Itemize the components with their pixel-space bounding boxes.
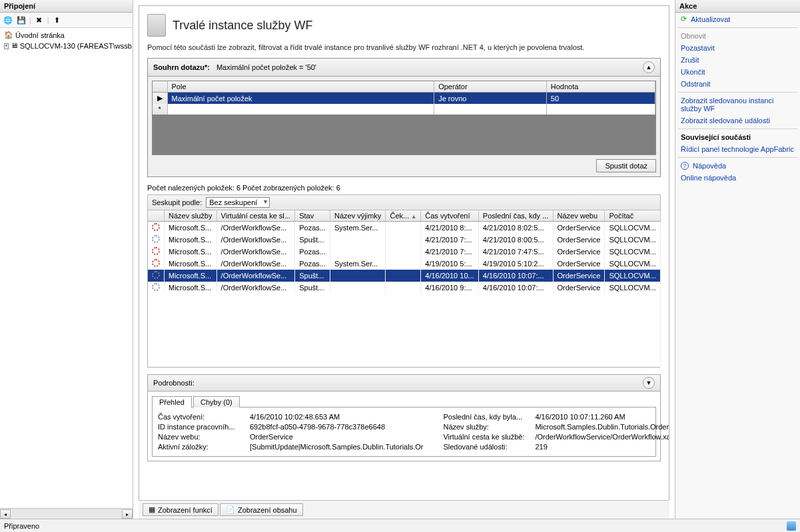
- table-row[interactable]: Microsoft.S.../OrderWorkflowSe...Spušt..…: [148, 270, 661, 282]
- scroll-left-icon[interactable]: ◂: [0, 509, 11, 519]
- sort-asc-icon: ▲: [411, 214, 416, 220]
- save-icon[interactable]: 💾: [16, 15, 27, 25]
- val-virtual-path: /OrderWorkflowService/OrderWorkflow.xaml…: [535, 433, 669, 441]
- action-suspend[interactable]: Pozastavit: [675, 42, 800, 54]
- cell-state: Spušt...: [295, 270, 330, 282]
- actions-header: Akce: [675, 0, 800, 13]
- action-appfabric-dashboard[interactable]: Řídicí panel technologie AppFabric: [675, 143, 800, 155]
- instance-icon: [148, 222, 165, 234]
- val-instance-id: 692b8fcf-a050-4798-9678-778c378e6648: [250, 423, 423, 431]
- cell-field[interactable]: Maximální počet položek: [167, 93, 434, 105]
- result-count: Počet nalezených položek: 6 Počet zobraz…: [147, 184, 661, 192]
- collapse-icon[interactable]: ▲: [643, 61, 655, 73]
- query-grid[interactable]: Pole Operátor Hodnota ▶ Maximální počet …: [152, 81, 656, 155]
- cell-wait: [386, 234, 421, 246]
- query-row[interactable]: ▶ Maximální počet položek Je rovno 50: [153, 93, 655, 105]
- tab-errors[interactable]: Chyby (0): [193, 396, 240, 407]
- tree-server[interactable]: + 🖥 SQLLOCVM-130 (FAREAST\wssb: [3, 41, 130, 51]
- instances-table[interactable]: Název služby Virtuální cesta ke sl... St…: [147, 210, 661, 368]
- cell-exc: System.Ser...: [330, 222, 386, 234]
- col-site[interactable]: Název webu: [553, 210, 605, 222]
- cell-wait: [386, 270, 421, 282]
- action-view-tracked-instance[interactable]: Zobrazit sledovanou instanci služby WF: [675, 95, 800, 115]
- table-row[interactable]: Microsoft.S.../OrderWorkflowSe...Pozas..…: [148, 246, 661, 258]
- cell-site: OrderService: [553, 246, 605, 258]
- details-collapse-icon[interactable]: ▼: [643, 377, 655, 389]
- related-components-header: Související součásti: [675, 131, 800, 143]
- cell-name: Microsoft.S...: [165, 282, 217, 294]
- col-waiting[interactable]: Ček... ▲: [386, 210, 421, 222]
- cell-val[interactable]: 50: [546, 93, 655, 105]
- col-computer[interactable]: Počítač: [605, 210, 661, 222]
- tab-features-view[interactable]: ▦Zobrazení funkcí: [143, 503, 218, 516]
- cell-last: 4/21/2010 8:00:5...: [478, 234, 553, 246]
- up-icon[interactable]: ⬆: [52, 15, 63, 25]
- instance-icon: [148, 234, 165, 246]
- home-icon: 🏠: [4, 31, 13, 40]
- col-created[interactable]: Čas vytvoření: [421, 210, 479, 222]
- action-help[interactable]: ?Nápověda: [675, 160, 800, 172]
- delete-icon[interactable]: ✖: [34, 15, 45, 25]
- col-service-name[interactable]: Název služby: [165, 210, 217, 222]
- scroll-right-icon[interactable]: ▸: [122, 509, 133, 519]
- feature-icon: [147, 14, 166, 37]
- group-by-label: Seskupit podle:: [152, 198, 202, 206]
- lbl-tracked-events: Sledované události:: [443, 443, 530, 451]
- cell-name: Microsoft.S...: [165, 246, 217, 258]
- col-state[interactable]: Stav: [295, 210, 330, 222]
- action-delete[interactable]: Odstranit: [675, 78, 800, 90]
- lbl-last-update: Poslední čas, kdy byla...: [443, 413, 530, 421]
- col-last-update[interactable]: Poslední čas, kdy ...: [478, 210, 553, 222]
- lbl-virtual-path: Virtuální cesta ke službě:: [443, 433, 530, 441]
- action-terminate[interactable]: Ukončit: [675, 66, 800, 78]
- col-value[interactable]: Hodnota: [546, 81, 655, 93]
- connections-tree[interactable]: 🏠 Úvodní stránka + 🖥 SQLLOCVM-130 (FAREA…: [0, 28, 133, 508]
- cell-op[interactable]: Je rovno: [434, 93, 547, 105]
- expander-icon[interactable]: +: [4, 43, 9, 49]
- server-icon: 🖥: [11, 41, 18, 51]
- col-operator[interactable]: Operátor: [434, 81, 547, 93]
- val-tracked-events: 219: [535, 443, 669, 451]
- table-row[interactable]: Microsoft.S.../OrderWorkflowSe...Pozas..…: [148, 222, 661, 234]
- action-view-tracked-events[interactable]: Zobrazit sledované události: [675, 115, 800, 127]
- connect-icon[interactable]: 🌐: [3, 15, 13, 25]
- action-refresh[interactable]: ⟳Aktualizovat: [675, 13, 800, 25]
- tab-content-view[interactable]: 📄Zobrazení obsahu: [220, 503, 303, 516]
- lbl-site: Název webu:: [158, 433, 244, 441]
- run-query-button[interactable]: Spustit dotaz: [596, 159, 656, 172]
- query-new-row[interactable]: *: [153, 104, 655, 115]
- refresh-icon: ⟳: [681, 15, 687, 23]
- cell-state: Pozas...: [295, 258, 330, 270]
- cell-exc: [330, 270, 386, 282]
- cell-exc: [330, 246, 386, 258]
- cell-host: SQLLOCVM...: [605, 234, 661, 246]
- cell-created: 4/21/2010 8:...: [421, 222, 479, 234]
- cell-name: Microsoft.S...: [165, 234, 217, 246]
- cell-exc: System.Ser...: [330, 258, 386, 270]
- table-row[interactable]: Microsoft.S.../OrderWorkflowSe...Spušt..…: [148, 282, 661, 294]
- col-virtual-path[interactable]: Virtuální cesta ke sl...: [216, 210, 295, 222]
- tab-overview[interactable]: Přehled: [152, 396, 192, 407]
- table-row[interactable]: Microsoft.S.../OrderWorkflowSe...Pozas..…: [148, 258, 661, 270]
- cell-site: OrderService: [553, 258, 605, 270]
- details-label: Podrobnosti:: [153, 379, 195, 387]
- cell-state: Pozas...: [295, 246, 330, 258]
- col-field[interactable]: Pole: [167, 81, 434, 93]
- cell-last: 4/16/2010 10:07:...: [478, 270, 553, 282]
- action-online-help[interactable]: Online nápověda: [675, 172, 800, 184]
- instance-icon: [148, 246, 165, 258]
- cell-exc: [330, 234, 386, 246]
- tree-start-page[interactable]: 🏠 Úvodní stránka: [3, 30, 130, 41]
- table-row[interactable]: Microsoft.S.../OrderWorkflowSe...Spušt..…: [148, 234, 661, 246]
- cell-path: /OrderWorkflowSe...: [216, 222, 295, 234]
- cell-state: Pozas...: [295, 222, 330, 234]
- instance-icon: [148, 258, 165, 270]
- instance-icon: [148, 270, 165, 282]
- group-by-select[interactable]: Bez seskupení: [206, 197, 270, 208]
- query-label: Souhrn dotazu*:: [153, 63, 210, 71]
- val-site: OrderService: [250, 433, 423, 441]
- col-exception[interactable]: Název výjimky: [330, 210, 386, 222]
- action-cancel[interactable]: Zrušit: [675, 54, 800, 66]
- connections-header: Připojení: [0, 0, 133, 13]
- left-scrollbar[interactable]: ◂ ▸: [0, 508, 133, 519]
